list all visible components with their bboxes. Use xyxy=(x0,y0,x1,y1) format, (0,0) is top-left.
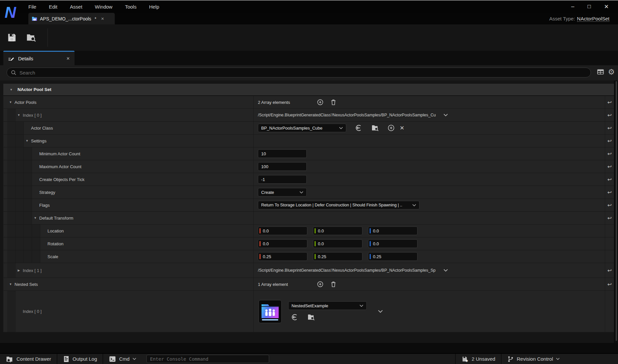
browse-to-asset-button[interactable] xyxy=(24,30,38,45)
revert-cell[interactable]: ↩ xyxy=(605,109,614,121)
scale-x-input[interactable]: 0.25 xyxy=(258,252,307,261)
name-cell[interactable]: Index [ 0 ] xyxy=(3,291,253,332)
expander-icon[interactable]: ▼ xyxy=(7,101,14,104)
category-nactor-pool-set[interactable]: ▼ NActor Pool Set xyxy=(3,84,614,96)
revert-cell[interactable]: ↩ xyxy=(605,96,614,108)
expander-icon[interactable]: ▼ xyxy=(24,139,30,142)
revert-cell[interactable]: ↩ xyxy=(605,199,614,211)
scale-y-input[interactable]: 0.25 xyxy=(313,252,362,261)
window-controls: – □ ✕ xyxy=(571,3,618,10)
rotation-y-input[interactable]: 0.0 xyxy=(313,239,362,248)
revert-cell[interactable]: ↩ xyxy=(605,186,614,198)
tab-close-icon[interactable]: ✕ xyxy=(101,16,104,21)
menu-tools[interactable]: Tools xyxy=(125,4,137,10)
name-cell[interactable]: Strategy xyxy=(3,186,253,198)
property-row-create-objects-per-tick: Create Objects Per Tick -1 ↩ xyxy=(3,173,614,186)
minimize-button[interactable]: – xyxy=(571,3,574,10)
revert-cell[interactable]: ↩ xyxy=(605,160,614,173)
details-scrollbar[interactable] xyxy=(614,80,618,343)
name-cell[interactable]: Actor Class xyxy=(3,122,253,134)
output-log-button[interactable]: Output Log xyxy=(57,354,103,364)
browse-folder-search-icon[interactable] xyxy=(307,313,315,321)
property-row-index-0: ▼ Index [ 0 ] /Script/Engine.BlueprintGe… xyxy=(3,109,614,122)
unsaved-button[interactable]: ✱ 2 Unsaved xyxy=(456,354,501,364)
details-tab-close-icon[interactable]: ✕ xyxy=(66,56,70,61)
expander-icon[interactable]: ▼ xyxy=(8,88,15,91)
expander-icon[interactable]: ▼ xyxy=(7,283,14,286)
menu-asset[interactable]: Asset xyxy=(70,4,82,10)
name-cell[interactable]: ▼ Nested Sets xyxy=(3,278,253,290)
delete-array-icon[interactable] xyxy=(330,281,337,288)
name-cell[interactable]: Location xyxy=(3,225,253,237)
chevron-down-icon[interactable] xyxy=(444,269,448,272)
expander-icon[interactable]: ▼ xyxy=(32,216,39,220)
menu-file[interactable]: File xyxy=(28,4,36,10)
menu-help[interactable]: Help xyxy=(149,4,159,10)
revert-cell[interactable]: ↩ xyxy=(605,212,614,224)
settings-gear-icon[interactable]: ⚙ xyxy=(608,68,615,76)
expander-icon[interactable]: ▶ xyxy=(15,269,22,272)
name-cell[interactable]: ▼ Default Transform xyxy=(3,212,253,224)
minimum-actor-count-input[interactable]: 10 xyxy=(258,149,307,158)
name-cell[interactable]: Create Objects Per Tick xyxy=(3,173,253,186)
revert-cell[interactable]: ↩ xyxy=(605,173,614,186)
maximum-actor-count-input[interactable]: 100 xyxy=(258,162,307,171)
rotation-x-input[interactable]: 0.0 xyxy=(258,239,307,248)
location-x-input[interactable]: 0.0 xyxy=(258,227,307,235)
console-command-input[interactable] xyxy=(150,356,265,362)
search-input[interactable] xyxy=(19,70,587,76)
class-path-value[interactable]: /Script/Engine.BlueprintGeneratedClass'/… xyxy=(258,268,436,273)
expand-struct-chevron-icon[interactable] xyxy=(378,310,383,313)
revert-cell[interactable]: ↩ xyxy=(605,122,614,134)
display-filter-grid-icon[interactable] xyxy=(597,68,604,76)
content-drawer-button[interactable]: Content Drawer xyxy=(0,354,57,364)
name-cell[interactable]: ▼ Settings xyxy=(3,135,253,147)
location-z-input[interactable]: 0.0 xyxy=(368,227,417,235)
name-cell[interactable]: Minimum Actor Count xyxy=(3,147,253,160)
menu-edit[interactable]: Edit xyxy=(49,4,57,10)
window-close-button[interactable]: ✕ xyxy=(604,3,609,10)
revision-control-button[interactable]: Revision Control xyxy=(502,354,565,364)
name-cell[interactable]: Maximum Actor Count xyxy=(3,160,253,173)
add-element-icon[interactable] xyxy=(317,281,324,288)
flags-combobox[interactable]: Return To Storage Location | Defer Const… xyxy=(258,201,419,209)
save-button[interactable] xyxy=(5,30,19,45)
revert-cell[interactable]: ↩ xyxy=(605,147,614,160)
revert-cell[interactable]: ↩ xyxy=(605,263,614,278)
name-cell[interactable]: ▶ Index [ 1 ] xyxy=(3,263,253,278)
revert-cell[interactable]: ↩ xyxy=(605,135,614,147)
strategy-combobox[interactable]: Create xyxy=(258,188,307,197)
asset-thumbnail[interactable] xyxy=(259,300,282,323)
asset-type-value[interactable]: NActorPoolSet xyxy=(577,16,609,22)
create-objects-per-tick-input[interactable]: -1 xyxy=(258,175,307,184)
name-cell[interactable]: ▼ Index [ 0 ] xyxy=(3,109,253,121)
location-y-input[interactable]: 0.0 xyxy=(313,227,362,235)
rotation-z-input[interactable]: 0.0 xyxy=(368,239,417,248)
search-box[interactable] xyxy=(7,68,591,77)
add-element-icon[interactable] xyxy=(317,99,324,106)
asset-tab[interactable]: APS_DEMO_...ctorPools * ✕ xyxy=(28,13,115,24)
console-command-box[interactable] xyxy=(146,355,269,363)
name-cell[interactable]: Flags xyxy=(3,199,253,211)
clear-class-icon[interactable]: ✕ xyxy=(400,125,404,132)
name-cell[interactable]: ▼ Actor Pools xyxy=(3,96,253,108)
use-selected-asset-icon[interactable] xyxy=(354,124,363,132)
maximize-button[interactable]: □ xyxy=(587,3,591,10)
delete-array-icon[interactable] xyxy=(330,99,337,106)
new-asset-plus-icon[interactable] xyxy=(387,124,395,132)
name-cell[interactable]: Rotation xyxy=(3,237,253,250)
scrollbar-thumb[interactable] xyxy=(616,81,617,341)
scale-z-input[interactable]: 0.25 xyxy=(368,252,417,261)
use-selected-asset-icon[interactable] xyxy=(290,313,299,321)
browse-folder-search-icon[interactable] xyxy=(371,124,379,132)
cmd-dropdown-button[interactable]: Cmd xyxy=(103,354,142,364)
name-cell[interactable]: Scale xyxy=(3,250,253,263)
menu-window[interactable]: Window xyxy=(95,4,112,10)
class-path-value[interactable]: /Script/Engine.BlueprintGeneratedClass'/… xyxy=(258,113,436,117)
chevron-down-icon[interactable] xyxy=(444,114,448,116)
expander-icon[interactable]: ▼ xyxy=(15,113,22,117)
tab-details[interactable]: Details ✕ xyxy=(3,51,75,65)
nested-set-combobox[interactable]: NestedSetExample xyxy=(288,301,367,310)
revert-cell[interactable]: ↩ xyxy=(605,278,614,290)
actor-class-combobox[interactable]: BP_NActorPoolsSamples_Cube xyxy=(258,124,346,132)
